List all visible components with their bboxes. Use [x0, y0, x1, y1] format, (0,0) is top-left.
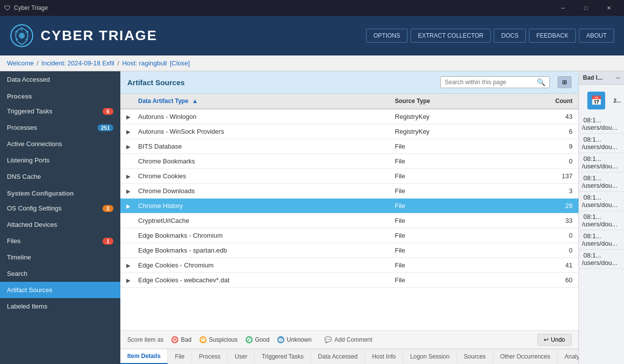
count-cell: 3: [506, 184, 578, 199]
table-row[interactable]: CryptnetUrlCacheFile33: [120, 213, 578, 228]
sidebar-item-artifact-sources[interactable]: Artifact Sources: [0, 282, 120, 298]
expand-arrow[interactable]: ▶: [126, 114, 130, 120]
detail-tab-process[interactable]: Process: [192, 350, 228, 364]
expand-arrow[interactable]: ▶: [126, 188, 130, 194]
expand-cell: ▶: [120, 273, 132, 288]
timeline-path: /users/dou...: [582, 162, 621, 170]
table-row[interactable]: ▶Edge Cookies - webcachev*.datFile60: [120, 273, 578, 288]
sidebar-item-triggered-tasks[interactable]: Triggered Tasks 6: [0, 103, 120, 119]
expand-arrow[interactable]: ▶: [126, 277, 130, 283]
sidebar-item-files[interactable]: Files 1: [0, 233, 120, 249]
artifact-name-cell: BITS Database: [132, 139, 389, 154]
expand-button[interactable]: ⊞: [558, 76, 572, 88]
sidebar-item-processes[interactable]: Processes 251: [0, 119, 120, 136]
sidebar-item-active-connections[interactable]: Active Connections: [0, 136, 120, 152]
expand-arrow[interactable]: ▶: [126, 203, 130, 209]
count-cell: 6: [506, 124, 578, 139]
timeline-time: 08:1...: [582, 232, 621, 240]
table-row[interactable]: ▶Autoruns - WinlogonRegistryKey43: [120, 109, 578, 124]
right-panel-header[interactable]: Bad I... ─: [579, 71, 624, 85]
timeline-entry[interactable]: 08:1... /users/dou...: [579, 134, 624, 153]
timeline-entry[interactable]: 08:1... /users/dou...: [579, 153, 624, 172]
sidebar-item-os-config[interactable]: OS Config Settings 2: [0, 200, 120, 216]
col-source-type[interactable]: Source Type: [389, 94, 506, 109]
artifact-name-cell: Autoruns - WinSock Providers: [132, 124, 389, 139]
close-host-link[interactable]: [Close]: [170, 59, 190, 67]
table-row[interactable]: ▶Chrome HistoryFile29: [120, 199, 578, 213]
detail-tab-triggered-tasks[interactable]: Triggered Tasks: [255, 350, 311, 364]
welcome-link[interactable]: Welcome: [7, 59, 34, 67]
feedback-button[interactable]: FEEDBACK: [529, 29, 576, 43]
col-count[interactable]: Count: [506, 94, 578, 109]
detail-tab-data-accessed[interactable]: Data Accessed: [311, 350, 365, 364]
source-type-cell: File: [389, 139, 506, 154]
score-bad-option[interactable]: ✕ Bad: [171, 336, 191, 343]
sidebar-item-timeline[interactable]: Timeline: [0, 249, 120, 265]
timeline-entry[interactable]: 08:1... /users/dou...: [579, 192, 624, 211]
incident-link[interactable]: Incident: 2024-09-18 Exfil: [42, 59, 114, 67]
detail-tab-item-details[interactable]: Item Details: [120, 349, 168, 364]
detail-tab-logon-session[interactable]: Logon Session: [403, 350, 457, 364]
sidebar-item-dns-cache[interactable]: DNS Cache: [0, 168, 120, 185]
table-row[interactable]: ▶Chrome DownloadsFile3: [120, 184, 578, 199]
col-data-artifact-type[interactable]: Data Artifact Type ▲: [132, 94, 389, 109]
expand-arrow[interactable]: ▶: [126, 262, 130, 268]
timeline-time: 08:1...: [582, 116, 621, 124]
detail-tab-host-info[interactable]: Host Info: [365, 350, 403, 364]
titlebar: 🛡 Cyber Triage ─ □ ✕: [0, 0, 624, 16]
search-input[interactable]: [445, 79, 534, 86]
maximize-button[interactable]: □: [574, 0, 597, 16]
header-buttons: OPTIONS EXTRACT COLLECTOR DOCS FEEDBACK …: [366, 29, 614, 43]
table-row[interactable]: ▶BITS DatabaseFile9: [120, 139, 578, 154]
score-bar: Score item as ✕ Bad ⚠ Suspicious ✓ Good: [120, 330, 578, 349]
extract-collector-button[interactable]: EXTRACT COLLECTOR: [411, 29, 491, 43]
expand-cell: [120, 243, 132, 258]
detail-tab-analysis-results[interactable]: Analysis Results —: [558, 350, 578, 364]
timeline-entry[interactable]: 08:1... /users/dou...: [579, 211, 624, 230]
close-button[interactable]: ✕: [597, 0, 620, 16]
add-comment-button[interactable]: 💬 Add Comment: [324, 336, 372, 343]
timeline-entry[interactable]: 08:1... /users/dou...: [579, 250, 624, 269]
table-row[interactable]: ▶Autoruns - WinSock ProvidersRegistryKey…: [120, 124, 578, 139]
expand-cell: ▶: [120, 184, 132, 199]
timeline-entry[interactable]: 08:1... /users/dou...: [579, 230, 624, 250]
expand-arrow[interactable]: ▶: [126, 144, 130, 150]
detail-tab-file[interactable]: File: [168, 350, 192, 364]
about-button[interactable]: ABOUT: [579, 29, 614, 43]
sidebar-item-data-accessed[interactable]: Data Accessed: [0, 71, 120, 88]
table-row[interactable]: ▶Edge Cookies - ChromiumFile41: [120, 258, 578, 273]
expand-arrow[interactable]: ▶: [126, 129, 130, 135]
expand-arrow[interactable]: ▶: [126, 173, 130, 179]
score-unknown-option[interactable]: ? Unknown: [277, 336, 312, 343]
sidebar-item-attached-devices[interactable]: Attached Devices: [0, 216, 120, 233]
table-row[interactable]: Chrome BookmarksFile0: [120, 154, 578, 169]
sidebar-item-listening-ports[interactable]: Listening Ports: [0, 152, 120, 168]
add-comment-label: Add Comment: [334, 336, 372, 343]
options-button[interactable]: OPTIONS: [366, 29, 408, 43]
minimize-button[interactable]: ─: [552, 0, 574, 16]
timeline-path: /users/dou...: [582, 182, 621, 189]
sidebar-item-labeled-items[interactable]: Labeled Items: [0, 298, 120, 314]
table-row[interactable]: ▶Chrome CookiesFile137: [120, 169, 578, 184]
host-link[interactable]: Host: ragingbull: [122, 59, 167, 67]
right-panel-content: 08:1... /users/dou... 08:1... /users/dou…: [579, 114, 624, 364]
table-header-row: Data Artifact Type ▲ Source Type Count: [120, 94, 578, 109]
table-row[interactable]: Edge Bookmarks - spartan.edbFile0: [120, 243, 578, 258]
undo-button[interactable]: ↩ Undo: [537, 334, 572, 346]
svg-line-5: [16, 31, 18, 33]
table-row[interactable]: Edge Bookmarks - ChromiumFile0: [120, 228, 578, 243]
timeline-entry[interactable]: 08:1... /users/dou...: [579, 114, 624, 134]
bad-icon: ✕: [172, 336, 177, 343]
artifact-name-cell: Edge Bookmarks - spartan.edb: [132, 243, 389, 258]
detail-tab-sources[interactable]: Sources: [457, 350, 493, 364]
score-suspicious-option[interactable]: ⚠ Suspicious: [200, 336, 238, 343]
docs-button[interactable]: DOCS: [494, 29, 526, 43]
detail-tab-other-occurrences[interactable]: Other Occurrences: [493, 350, 558, 364]
sidebar-item-search[interactable]: Search: [0, 265, 120, 282]
processes-badge: 251: [98, 124, 113, 131]
detail-tab-user[interactable]: User: [228, 350, 255, 364]
source-type-cell: RegistryKey: [389, 124, 506, 139]
score-good-option[interactable]: ✓ Good: [246, 336, 269, 343]
timeline-entry[interactable]: 08:1... /users/dou...: [579, 172, 624, 192]
timeline-time: 08:1...: [582, 252, 621, 259]
